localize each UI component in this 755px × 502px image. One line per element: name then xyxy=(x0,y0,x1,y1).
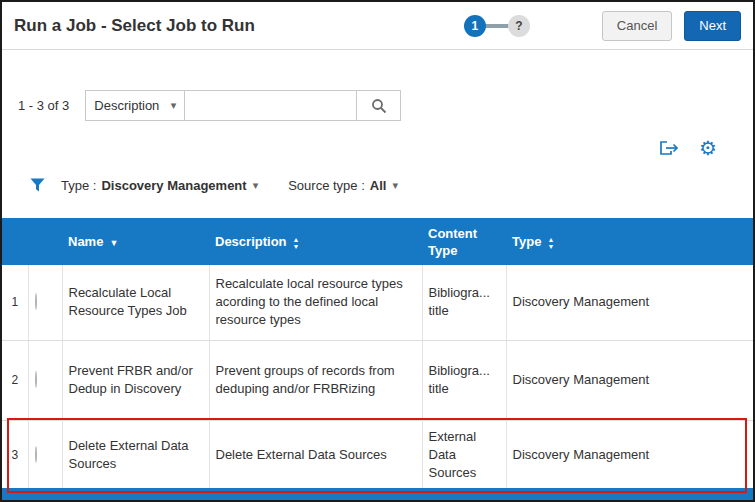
column-header-type[interactable]: Type xyxy=(506,218,753,265)
search-button[interactable] xyxy=(357,90,401,121)
job-type-cell: Discovery Management xyxy=(506,420,753,490)
search-toolbar: 1 - 3 of 3 Description xyxy=(18,90,401,121)
row-radio-button[interactable] xyxy=(35,371,37,388)
row-radio-button[interactable] xyxy=(35,446,37,463)
source-type-filter-value: All xyxy=(370,178,387,193)
run-a-job-window: Run a Job - Select Job to Run 1 ? Cancel… xyxy=(0,0,755,502)
row-select-cell xyxy=(28,340,62,420)
table-row: 2 Prevent FRBR and/or Dedup in Discovery… xyxy=(2,340,753,420)
sort-desc-icon xyxy=(109,239,118,248)
help-step-icon[interactable]: ? xyxy=(508,15,530,37)
type-filter[interactable]: Type : Discovery Management xyxy=(61,178,258,193)
type-filter-label: Type : xyxy=(61,178,96,193)
job-content-type-cell: Bibliogra... title xyxy=(422,265,506,340)
column-header-description[interactable]: Description xyxy=(209,218,422,265)
row-number: 2 xyxy=(2,340,28,420)
job-name-cell: Prevent FRBR and/or Dedup in Discovery xyxy=(62,340,209,420)
job-type-cell: Discovery Management xyxy=(506,340,753,420)
page-title: Run a Job - Select Job to Run xyxy=(14,16,255,36)
job-type-cell: Discovery Management xyxy=(506,265,753,340)
source-type-filter-label: Source type : xyxy=(288,178,365,193)
search-field-dropdown[interactable]: Description xyxy=(85,90,185,121)
page-header: Run a Job - Select Job to Run 1 ? Cancel… xyxy=(2,2,753,50)
job-content-type-cell: External Data Sources xyxy=(422,420,506,490)
row-select-cell xyxy=(28,265,62,340)
header-select-column xyxy=(28,218,62,265)
row-number: 1 xyxy=(2,265,28,340)
search-field-dropdown-label: Description xyxy=(94,98,159,113)
type-filter-value: Discovery Management xyxy=(101,178,246,193)
filters-row: Type : Discovery Management Source type … xyxy=(30,172,398,198)
job-description-cell: Prevent groups of records from deduping … xyxy=(209,340,422,420)
header-row-number-column xyxy=(2,218,28,265)
export-icon[interactable] xyxy=(659,139,679,157)
search-icon xyxy=(371,98,387,114)
job-description-cell: Recalculate local resource types acordin… xyxy=(209,265,422,340)
row-number: 3 xyxy=(2,420,28,490)
step-connector xyxy=(484,24,510,28)
column-header-name[interactable]: Name xyxy=(62,218,209,265)
list-action-icons xyxy=(659,138,717,158)
jobs-table: Name Description Content Type Type 1 Rec… xyxy=(2,218,753,491)
source-type-filter[interactable]: Source type : All xyxy=(288,178,398,193)
table-row: 1 Recalculate Local Resource Types Job R… xyxy=(2,265,753,340)
search-input[interactable] xyxy=(185,90,357,121)
table-row: 3 Delete External Data Sources Delete Ex… xyxy=(2,420,753,490)
table-header-row: Name Description Content Type Type xyxy=(2,218,753,265)
sort-both-icon xyxy=(547,236,554,250)
bottom-blue-bar xyxy=(2,488,753,500)
filter-funnel-icon[interactable] xyxy=(30,178,45,192)
gear-icon[interactable] xyxy=(699,138,717,158)
job-name-cell: Recalculate Local Resource Types Job xyxy=(62,265,209,340)
column-header-content-type[interactable]: Content Type xyxy=(422,218,506,265)
job-content-type-cell: Bibliogra... title xyxy=(422,340,506,420)
cancel-button[interactable]: Cancel xyxy=(602,11,672,41)
row-select-cell xyxy=(28,420,62,490)
step-1-indicator: 1 xyxy=(464,15,486,37)
wizard-steps: 1 ? xyxy=(464,15,530,37)
next-button[interactable]: Next xyxy=(684,11,741,41)
job-name-cell: Delete External Data Sources xyxy=(62,420,209,490)
record-count: 1 - 3 of 3 xyxy=(18,98,69,113)
row-radio-button[interactable] xyxy=(35,293,37,310)
sort-both-icon xyxy=(293,236,300,250)
job-description-cell: Delete External Data Sources xyxy=(209,420,422,490)
